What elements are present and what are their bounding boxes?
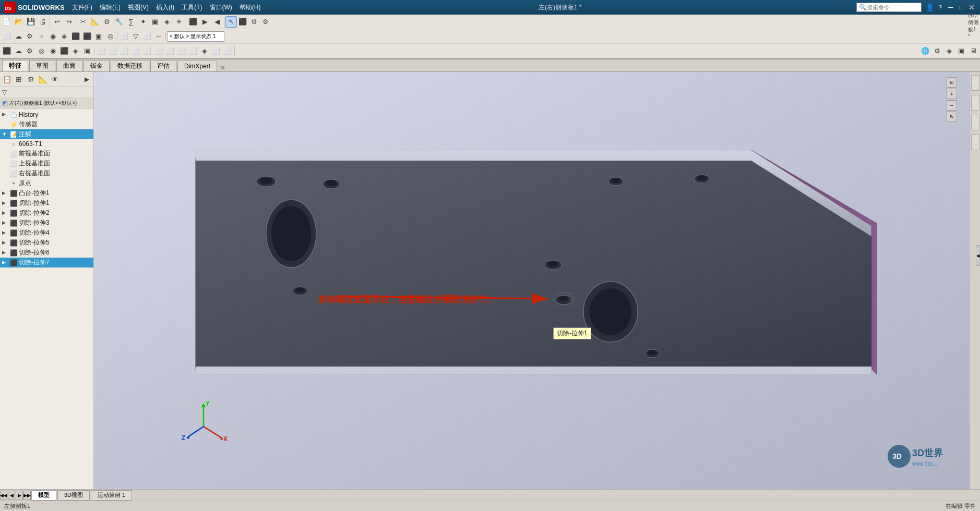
r2-btn10[interactable]: ◎ (104, 31, 116, 42)
r3-btn20[interactable]: ⬜ (222, 45, 233, 57)
tree-item-cut-extrude5[interactable]: ▶ ⬛ 切除-拉伸5 (0, 238, 93, 248)
tool7-button[interactable]: ▣ (149, 16, 161, 28)
r3-btn12[interactable]: ⬜ (130, 45, 141, 57)
tree-item-annotations[interactable]: ▼ 📝 注解 (0, 129, 93, 139)
r3-right2[interactable]: ⚙ (931, 45, 943, 57)
r3-btn1[interactable]: ⬛ (1, 45, 13, 57)
tree-item-boss-extrude1[interactable]: ▶ ⬛ 凸台-拉伸1 (0, 188, 93, 198)
tab-sketch[interactable]: 草图 (29, 60, 55, 71)
tool4-button[interactable]: 🔧 (113, 16, 125, 28)
3d-viewport[interactable]: Y X Z 装饰螺纹线显示在，但是螺纹外圈取消掉了。 切除-拉伸1 ⊡ + − … (94, 72, 970, 489)
view2-button[interactable]: ⚙ (248, 16, 260, 28)
r3-btn11[interactable]: ⬜ (118, 45, 130, 57)
save-button[interactable]: 💾 (25, 16, 37, 28)
r2-btn6[interactable]: ◈ (58, 31, 70, 42)
r3-btn15[interactable]: ⬜ (164, 45, 176, 57)
zoom-in-button[interactable]: + (947, 89, 957, 99)
tree-item-sensors[interactable]: ▶ ⚡ 传感器 (0, 119, 93, 129)
menu-help[interactable]: 帮助(H) (236, 2, 264, 13)
rs-btn-3[interactable]: ⬜ (971, 115, 979, 130)
r3-btn7[interactable]: ◈ (70, 45, 81, 57)
cursor-mode-button[interactable]: ↖ (225, 16, 237, 28)
tree-item-cut-extrude3[interactable]: ▶ ⬛ 切除-拉伸3 (0, 218, 93, 228)
r3-right4[interactable]: ▣ (955, 45, 967, 57)
r2-btn14[interactable]: ↔ (153, 31, 164, 42)
btab-motion[interactable]: 运动算例 1 (91, 490, 132, 501)
tab-features[interactable]: 特征 (2, 60, 28, 71)
r3-btn4[interactable]: ◎ (35, 45, 47, 57)
r2-btn9[interactable]: ▣ (93, 31, 104, 42)
search-box[interactable]: 🔍 (856, 3, 922, 12)
r2-btn13[interactable]: ⬜ (141, 31, 153, 42)
tree-item-history[interactable]: ▶ 🕐 History (0, 110, 93, 119)
view1-button[interactable]: ⬛ (237, 16, 248, 28)
tree-item-front-plane[interactable]: ▶ ⬜ 前视基准面 (0, 149, 93, 159)
r2-btn1[interactable]: ⬜ (1, 31, 13, 42)
tool2-button[interactable]: 📐 (89, 16, 101, 28)
r3-right1[interactable]: 🌐 (919, 45, 931, 57)
dim-xpert-panel-icon[interactable]: 📐 (37, 74, 49, 85)
tree-item-origin[interactable]: ▶ ✦ 原点 (0, 178, 93, 188)
tool6-button[interactable]: ✦ (137, 16, 149, 28)
tool3-button[interactable]: ⚙ (101, 16, 113, 28)
rs-btn-2[interactable]: ⬜ (971, 95, 979, 111)
rs-btn-4[interactable]: ⬜ (971, 135, 979, 150)
undo-button[interactable]: ↩ (51, 16, 63, 28)
tree-item-cut-extrude6[interactable]: ▶ ⬛ 切除-拉伸6 (0, 248, 93, 258)
search-input[interactable] (867, 4, 919, 10)
r3-btn2[interactable]: ☁ (13, 45, 24, 57)
rs-btn-1[interactable]: ⬜ (971, 75, 979, 91)
zoom-out-button[interactable]: − (947, 100, 957, 111)
print-button[interactable]: 🖨 (37, 16, 49, 28)
tool5-button[interactable]: ∑ (125, 16, 137, 28)
r3-btn10[interactable]: ⬜ (107, 45, 118, 57)
config-manager-icon[interactable]: ⚙ (25, 74, 37, 85)
r3-btn17[interactable]: ⬜ (187, 45, 199, 57)
tree-item-cut-extrude1[interactable]: ▶ ⬛ 切除-拉伸1 (0, 198, 93, 208)
r3-btn5[interactable]: ◉ (47, 45, 58, 57)
tree-item-cut-extrude4[interactable]: ▶ ⬛ 切除-拉伸4 (0, 228, 93, 238)
r3-btn18[interactable]: ◈ (199, 45, 210, 57)
fit-all-button[interactable]: ⊡ (947, 77, 957, 88)
r3-btn6[interactable]: ⬛ (58, 45, 70, 57)
r3-right3[interactable]: ◈ (943, 45, 955, 57)
tab-dimxpert[interactable]: DimXpert (177, 60, 217, 71)
tree-item-top-plane[interactable]: ▶ ⬜ 上视基准面 (0, 159, 93, 168)
tab-evaluate[interactable]: 评估 (150, 60, 176, 71)
rotate-view-button[interactable]: ↻ (947, 112, 957, 122)
tab-right-arrow[interactable]: ▶▶ (23, 491, 31, 500)
property-manager-icon[interactable]: ⊞ (13, 74, 25, 85)
r2-btn12[interactable]: ▽ (130, 31, 141, 42)
menu-insert[interactable]: 插入(I) (153, 2, 177, 13)
menu-file[interactable]: 文件(F) (69, 2, 95, 13)
more3-button[interactable]: ◀ (211, 16, 223, 28)
r3-btn16[interactable]: ⬜ (176, 45, 187, 57)
menu-window[interactable]: 窗口(W) (207, 2, 235, 13)
question-icon[interactable]: ? (936, 3, 945, 11)
open-button[interactable]: 📂 (13, 16, 25, 28)
r3-right5[interactable]: 🖥 (967, 45, 979, 57)
tab-left-arrow[interactable]: ◀◀ (0, 491, 7, 500)
r2-btn8[interactable]: ⬛ (81, 31, 93, 42)
right-tool1[interactable]: 左(右)侧侧板1 * (967, 16, 979, 28)
r2-btn4[interactable]: ○ (35, 31, 47, 42)
menu-tools[interactable]: 工具(T) (178, 2, 205, 13)
menu-edit[interactable]: 编辑(E) (97, 2, 124, 13)
tab-surface[interactable]: 曲面 (56, 60, 82, 71)
settings-button[interactable]: ⚙ (260, 16, 271, 28)
btab-model[interactable]: 模型 (31, 490, 56, 501)
new-button[interactable]: 📄 (1, 16, 13, 28)
r3-btn8[interactable]: ▣ (81, 45, 93, 57)
tree-item-cut-extrude2[interactable]: ▶ ⬛ 切除-拉伸2 (0, 208, 93, 218)
tool8-button[interactable]: ◈ (161, 16, 173, 28)
tab-close-icon[interactable]: ✕ (220, 64, 225, 71)
r3-btn14[interactable]: ⬜ (153, 45, 164, 57)
tree-item-right-plane[interactable]: ▶ ⬜ 右视基准面 (0, 168, 93, 178)
r3-btn9[interactable]: ⬜ (95, 45, 107, 57)
r2-btn3[interactable]: ⚙ (24, 31, 35, 42)
r2-btn7[interactable]: ⬛ (70, 31, 81, 42)
tree-item-material[interactable]: ▶ ≡ 6063-T1 (0, 139, 93, 149)
more2-button[interactable]: ▶ (199, 16, 211, 28)
r2-btn11[interactable]: ⬜ (118, 31, 130, 42)
minimize-button[interactable]: ─ (947, 3, 955, 11)
